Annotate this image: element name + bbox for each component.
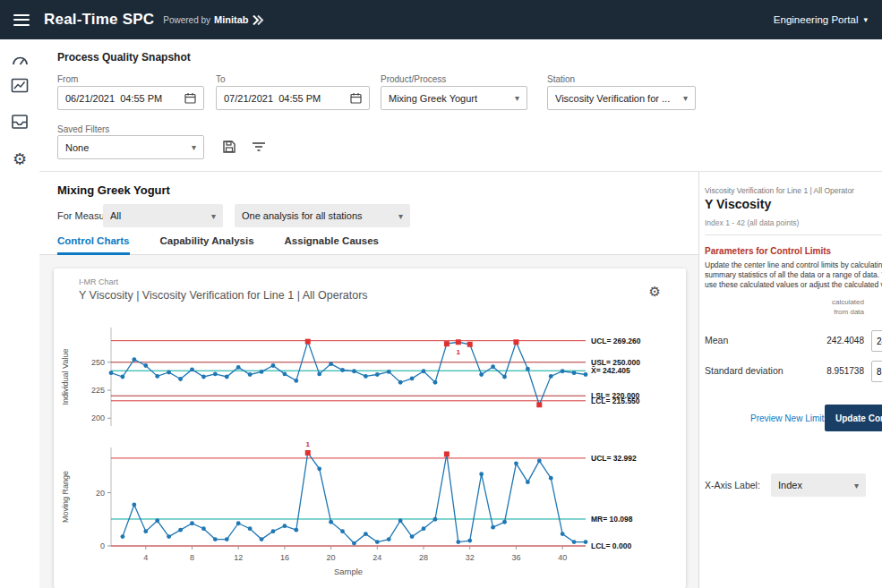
- gear-icon: ⚙: [13, 151, 27, 167]
- top-bar: Real-Time SPC Powered by Minitab Enginee…: [0, 0, 882, 39]
- mean-label: Mean: [705, 335, 728, 345]
- svg-text:UCL= 269.260: UCL= 269.260: [591, 337, 641, 345]
- from-date-input[interactable]: [57, 86, 204, 110]
- calculated-column-header: calculated from data: [789, 297, 864, 317]
- svg-text:4: 4: [143, 553, 148, 562]
- preview-new-limits-link[interactable]: Preview New Limits: [750, 413, 828, 423]
- x-axis-select[interactable]: Index ▾: [771, 473, 866, 497]
- parameters-title: Parameters for Control Limits: [705, 246, 831, 256]
- chevron-down-icon: ▾: [863, 15, 868, 24]
- product-select-value: Mixing Greek Yogurt: [389, 93, 510, 104]
- calendar-icon[interactable]: [184, 92, 196, 104]
- station-select[interactable]: Viscosity Verification for ... ▾: [547, 86, 696, 110]
- svg-text:1: 1: [306, 440, 311, 448]
- page-title: Process Quality Snapshot: [57, 51, 191, 64]
- filter-button[interactable]: [247, 135, 270, 158]
- sidebar-item-charts[interactable]: [7, 73, 32, 98]
- gauge-icon: [10, 51, 30, 69]
- svg-text:20: 20: [327, 553, 336, 562]
- panel-divider: [705, 234, 882, 235]
- col-header-line2: from data: [789, 307, 864, 317]
- parameters-desc-line2: summary statistics of all the data or a …: [705, 270, 882, 279]
- sidebar-item-dashboard[interactable]: [7, 47, 32, 72]
- tab-capability-analysis[interactable]: Capability Analysis: [160, 235, 254, 254]
- mean-input[interactable]: [871, 330, 882, 352]
- tab-control-charts[interactable]: Control Charts: [57, 235, 130, 254]
- std-deviation-input[interactable]: [871, 361, 882, 382]
- svg-text:Moving Range: Moving Range: [61, 471, 70, 523]
- app-root: Real-Time SPC Powered by Minitab Enginee…: [0, 0, 882, 588]
- brand-name: Minitab: [214, 14, 249, 25]
- menu-icon[interactable]: [13, 14, 30, 26]
- svg-text:200: 200: [91, 413, 105, 422]
- svg-text:24: 24: [372, 553, 381, 562]
- saved-filters-select[interactable]: None ▾: [57, 135, 204, 159]
- analysis-select-value: One analysis for all stations: [242, 210, 393, 221]
- calendar-icon[interactable]: [350, 92, 362, 104]
- chart-type-label: I-MR Chart: [79, 277, 118, 286]
- svg-text:MR= 10.098: MR= 10.098: [591, 515, 633, 524]
- svg-text:16: 16: [280, 553, 289, 562]
- chevron-down-icon: ▾: [398, 211, 403, 221]
- x-axis-label: X-Axis Label:: [705, 480, 760, 490]
- station-select-value: Viscosity Verification for ...: [555, 93, 678, 104]
- svg-text:1: 1: [457, 348, 461, 356]
- sidebar-item-settings[interactable]: ⚙: [7, 147, 32, 172]
- svg-text:36: 36: [511, 553, 520, 562]
- moving-range-chart: 020UCL= 32.992MR= 10.098LCL= 0.000148121…: [56, 440, 682, 587]
- chevron-down-icon: ▾: [211, 211, 216, 221]
- svg-text:20: 20: [96, 489, 105, 498]
- svg-text:LCL= 215.550: LCL= 215.550: [591, 396, 640, 405]
- save-filter-button[interactable]: [218, 135, 241, 158]
- svg-text:LCL= 0.000: LCL= 0.000: [591, 541, 631, 550]
- panel-subtitle: Viscosity Verification for Line 1 | All …: [705, 186, 854, 195]
- svg-text:0: 0: [100, 541, 105, 550]
- svg-text:UCL= 32.992: UCL= 32.992: [591, 454, 637, 463]
- right-panel: Viscosity Verification for Line 1 | All …: [698, 172, 882, 588]
- svg-text:12: 12: [234, 553, 243, 562]
- powered-by-text: Powered by: [163, 15, 210, 25]
- measure-select-value: All: [110, 210, 206, 221]
- main-content: Mixing Greek Yogurt For Measure: All ▾ O…: [39, 172, 698, 588]
- index-range-note: Index 1 - 42 (all data points): [705, 218, 799, 227]
- mean-calculated-value: 242.4048: [789, 336, 864, 345]
- product-select[interactable]: Mixing Greek Yogurt ▾: [381, 86, 527, 110]
- imr-chart-card: I-MR Chart Y Viscosity | Viscosity Verif…: [54, 268, 686, 588]
- charts-section: I-MR Chart Y Viscosity | Viscosity Verif…: [39, 255, 698, 588]
- svg-text:Individual Value: Individual Value: [61, 349, 70, 405]
- to-date-input[interactable]: [216, 86, 370, 110]
- svg-text:32: 32: [466, 553, 475, 562]
- measure-select[interactable]: All ▾: [103, 204, 223, 227]
- chevron-down-icon: ▾: [854, 481, 859, 490]
- station-label: Station: [547, 74, 575, 84]
- filter-icon: [252, 141, 266, 153]
- tab-assignable-causes[interactable]: Assignable Causes: [285, 235, 379, 254]
- parameters-desc-line3: use these calculated values or adjust th…: [705, 280, 882, 289]
- svg-text:250: 250: [91, 358, 105, 367]
- x-axis-select-value: Index: [778, 480, 849, 490]
- svg-text:Sample: Sample: [334, 567, 363, 576]
- portal-label: Engineering Portal: [774, 14, 859, 25]
- col-header-line1: calculated: [789, 297, 864, 307]
- chart-title: Y Viscosity | Viscosity Verification for…: [79, 289, 368, 302]
- section-title: Mixing Greek Yogurt: [57, 183, 170, 197]
- chevron-down-icon: ▾: [683, 93, 688, 103]
- chart-image-icon: [10, 77, 30, 95]
- product-label: Product/Process: [381, 74, 446, 84]
- portal-menu[interactable]: Engineering Portal ▾: [774, 14, 868, 25]
- chevron-down-icon: ▾: [515, 93, 519, 103]
- tab-bar: Control Charts Capability Analysis Assig…: [39, 229, 698, 255]
- std-deviation-calculated-value: 8.951738: [789, 366, 864, 376]
- from-label: From: [57, 74, 78, 84]
- sidebar-item-products[interactable]: [7, 109, 32, 134]
- parameters-desc-line1: Update the center line and control limit…: [705, 260, 882, 269]
- saved-filters-value: None: [65, 142, 186, 153]
- svg-text:8: 8: [190, 553, 194, 562]
- chart-settings-gear-icon[interactable]: ⚙: [649, 285, 661, 298]
- save-icon: [222, 140, 236, 154]
- filter-bar: Process Quality Snapshot From To Product…: [39, 39, 882, 171]
- update-control-limits-button[interactable]: Update Control Limits: [825, 405, 882, 431]
- analysis-select[interactable]: One analysis for all stations ▾: [235, 204, 410, 227]
- chevron-down-icon: ▾: [192, 142, 196, 152]
- panel-title: Y Viscosity: [705, 197, 771, 211]
